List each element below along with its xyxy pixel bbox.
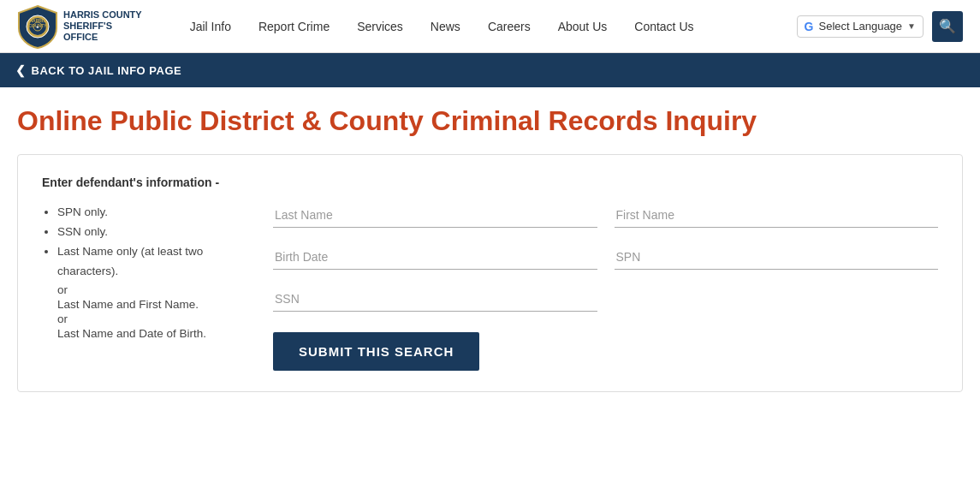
back-chevron-icon: ❮ bbox=[15, 63, 27, 77]
empty-group bbox=[615, 287, 939, 312]
instruction-ssn: SSN only. bbox=[57, 223, 247, 242]
form-body: SPN only. SSN only. Last Name only (at l… bbox=[42, 203, 938, 371]
back-link-label: BACK TO JAIL INFO PAGE bbox=[32, 64, 182, 77]
first-name-group bbox=[615, 203, 939, 228]
search-icon: 🔍 bbox=[939, 18, 956, 34]
form-instructions: SPN only. SSN only. Last Name only (at l… bbox=[42, 203, 247, 371]
nav-about-us[interactable]: About Us bbox=[544, 0, 621, 53]
search-button[interactable]: 🔍 bbox=[932, 11, 963, 42]
or-text-2: or bbox=[57, 312, 247, 325]
birth-date-input[interactable] bbox=[273, 245, 597, 270]
spn-group bbox=[615, 245, 939, 270]
ssn-group bbox=[273, 287, 597, 312]
nav-contact-us[interactable]: Contact Us bbox=[621, 0, 707, 53]
submit-area: SUBMIT THIS SEARCH bbox=[273, 332, 938, 371]
site-header: HARRIS COUNTY ★ HARRIS COUNTY SHERIFF'S … bbox=[0, 0, 980, 53]
ssn-input[interactable] bbox=[273, 287, 597, 312]
or-text-1: or bbox=[57, 283, 247, 296]
nav-careers[interactable]: Careers bbox=[474, 0, 544, 53]
back-bar: ❮ BACK TO JAIL INFO PAGE bbox=[0, 53, 980, 87]
header-right: G Select Language ▼ 🔍 bbox=[797, 11, 963, 42]
submit-button[interactable]: SUBMIT THIS SEARCH bbox=[273, 332, 479, 371]
page-title-area: Online Public District & County Criminal… bbox=[0, 87, 980, 146]
svg-text:★: ★ bbox=[36, 25, 39, 29]
form-intro: Enter defendant's information - bbox=[42, 176, 938, 189]
translate-label: Select Language bbox=[819, 20, 903, 33]
birth-date-group bbox=[273, 245, 597, 270]
logo-area[interactable]: HARRIS COUNTY ★ HARRIS COUNTY SHERIFF'S … bbox=[17, 4, 142, 49]
last-name-input[interactable] bbox=[273, 203, 597, 228]
form-fields: SUBMIT THIS SEARCH bbox=[273, 203, 938, 371]
main-nav: Jail Info Report Crime Services News Car… bbox=[176, 0, 797, 53]
instruction-spn: SPN only. bbox=[57, 203, 247, 223]
language-selector[interactable]: G Select Language ▼ bbox=[797, 15, 924, 38]
instruction-lastname: Last Name only (at least two characters)… bbox=[57, 242, 247, 282]
instruction-lastname-dob: Last Name and Date of Birth. bbox=[57, 327, 247, 340]
nav-news[interactable]: News bbox=[417, 0, 474, 53]
instruction-lastname-firstname: Last Name and First Name. bbox=[57, 298, 247, 311]
form-card: Enter defendant's information - SPN only… bbox=[17, 154, 963, 392]
spn-input[interactable] bbox=[615, 245, 939, 270]
page-title: Online Public District & County Criminal… bbox=[17, 104, 963, 137]
ssn-row bbox=[273, 287, 938, 312]
hcso-logo-icon: HARRIS COUNTY ★ bbox=[17, 4, 58, 49]
first-name-input[interactable] bbox=[615, 203, 939, 228]
back-to-jail-info-link[interactable]: ❮ BACK TO JAIL INFO PAGE bbox=[0, 53, 197, 87]
nav-services[interactable]: Services bbox=[343, 0, 417, 53]
nav-report-crime[interactable]: Report Crime bbox=[245, 0, 343, 53]
nav-jail-info[interactable]: Jail Info bbox=[176, 0, 245, 53]
google-g-icon: G bbox=[805, 20, 814, 33]
name-row bbox=[273, 203, 938, 228]
dob-spn-row bbox=[273, 245, 938, 270]
dropdown-icon: ▼ bbox=[907, 21, 916, 31]
logo-text: HARRIS COUNTY SHERIFF'S OFFICE bbox=[63, 9, 142, 44]
last-name-group bbox=[273, 203, 597, 228]
